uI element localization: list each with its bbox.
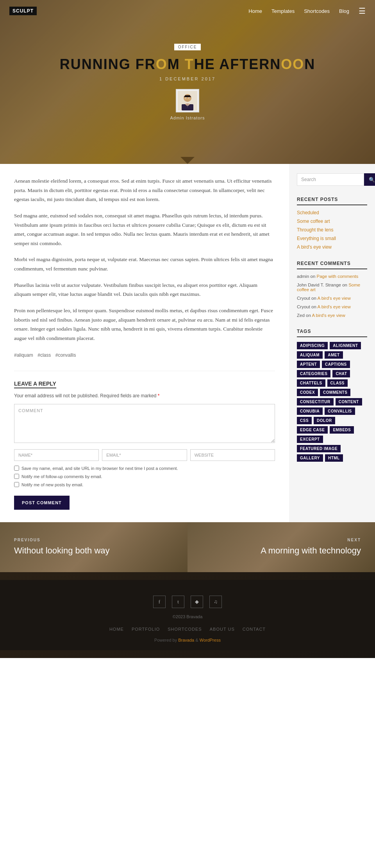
commenter-2: John David T. Strange (297, 283, 341, 287)
nav-home[interactable]: Home (248, 8, 262, 14)
prev-label: PREVIOUS (14, 538, 173, 542)
tag-item-22[interactable]: GALLERY (297, 454, 323, 462)
tag-item-7[interactable]: CHAT (332, 370, 350, 377)
post-navigation: PREVIOUS Without looking both way NEXT A… (0, 522, 375, 572)
footer-nav-home[interactable]: HOME (109, 627, 124, 631)
svg-point-10 (186, 100, 189, 101)
name-input[interactable] (14, 449, 99, 461)
tags-grid: ADIPISCINGALIGNMENTALIQUAMAMETAPTENTCAPT… (297, 342, 367, 462)
tag-item-3[interactable]: AMET (325, 351, 343, 359)
tag-item-9[interactable]: CLASS (327, 379, 348, 387)
tag-item-1[interactable]: ALIGNMENT (330, 342, 361, 349)
tag-item-21[interactable]: FEATURED IMAGE (297, 445, 341, 452)
hero-badge: OFFICE (174, 44, 201, 50)
recent-post-2[interactable]: Some coffee art (297, 219, 367, 224)
recent-post-5[interactable]: A bird's eye view (297, 244, 367, 250)
tag-item-15[interactable]: CONVALLIS (325, 407, 355, 415)
commenter-5: Zed (297, 313, 305, 318)
svg-point-6 (185, 98, 186, 99)
title-text: R (60, 56, 71, 72)
comment-link-4[interactable]: A bird's eye view (317, 304, 350, 309)
tag-item-6[interactable]: CATEGORIES (297, 370, 330, 377)
tag-2[interactable]: #class (38, 352, 51, 358)
contact-input-row (14, 449, 275, 461)
copyright: ©2023 Bravada (0, 614, 375, 619)
tag-item-19[interactable]: EMBEDS (330, 426, 354, 434)
submit-comment-button[interactable]: POST COMMENT (14, 496, 70, 510)
comment-link-5[interactable]: A bird's eye view (312, 313, 345, 318)
comment-input[interactable] (14, 404, 275, 443)
svg-point-8 (186, 98, 186, 98)
commenter-1: admin (297, 274, 309, 279)
comment-item-1: admin on Page with comments (297, 274, 367, 279)
nav-templates[interactable]: Templates (271, 8, 295, 14)
footer-nav-shortcodes[interactable]: SHORTCODES (168, 627, 202, 631)
tag-item-16[interactable]: CSS (297, 417, 312, 424)
recent-posts-section: RECENT POSTS Scheduled Some coffee art T… (297, 197, 367, 250)
checkbox-save-input[interactable] (14, 466, 19, 471)
email-input[interactable] (102, 449, 187, 461)
instagram-icon[interactable]: ◆ (191, 596, 203, 608)
content-area: Aenean molestie eleifend lorem, a conseq… (0, 164, 289, 522)
tag-item-13[interactable]: CONTENT (336, 398, 362, 406)
hamburger-icon[interactable]: ☰ (359, 6, 366, 16)
footer-nav-about-us[interactable]: ABOUT US (210, 627, 235, 631)
reply-note: Your email address will not be published… (14, 393, 275, 398)
search-box: 🔍 (297, 173, 367, 186)
footer-nav-contact[interactable]: CONTACT (243, 627, 266, 631)
website-input[interactable] (190, 449, 275, 461)
tag-1[interactable]: #aliquam (14, 352, 33, 358)
footer-nav: HOMEPORTFOLIOSHORTCODESABOUT USCONTACT (0, 627, 375, 631)
tag-item-20[interactable]: EXCERPT (297, 436, 323, 443)
twitter-icon[interactable]: t (172, 596, 184, 608)
checkbox-followup-input[interactable] (14, 474, 19, 479)
tag-item-10[interactable]: CODEX (297, 389, 318, 396)
tag-item-23[interactable]: HTML (325, 454, 343, 462)
comment-link-1[interactable]: Page with comments (317, 274, 359, 279)
tag-item-8[interactable]: CHATTELS (297, 379, 325, 387)
hero-content: OFFICE RUNNING FROM THE AFTERNOON 1 DECE… (52, 44, 323, 121)
comment-item-2: John David T. Strange on Some coffee art (297, 283, 367, 292)
required-marker: * (158, 393, 160, 398)
tag-3[interactable]: #convallis (55, 352, 76, 358)
tag-item-14[interactable]: CONUBIA (297, 407, 323, 415)
powered-by: Powered by Bravada & WordPress (0, 638, 375, 642)
recent-post-1[interactable]: Scheduled (297, 210, 367, 215)
tag-item-11[interactable]: COMMENTS (320, 389, 350, 396)
recent-comments-section: RECENT COMMENTS admin on Page with comme… (297, 261, 367, 318)
tag-item-17[interactable]: DOLOR (314, 417, 335, 424)
tag-item-18[interactable]: EDGE CASE (297, 426, 328, 434)
article-tags: #aliquam #class #convallis (14, 352, 275, 358)
tag-item-2[interactable]: ALIQUAM (297, 351, 323, 359)
powered-link-bravada[interactable]: Bravada (178, 638, 194, 642)
footer-social: f t ◆ ♫ ©2023 Bravada HOMEPORTFOLIOSHORT… (0, 580, 375, 650)
comment-item-3: Cryout on A bird's eye view (297, 296, 367, 301)
powered-link-wordpress[interactable]: WordPress (200, 638, 221, 642)
prev-post[interactable]: PREVIOUS Without looking both way (0, 522, 188, 572)
footer-nav-portfolio[interactable]: PORTFOLIO (132, 627, 160, 631)
article-para-2: Sed magna ante, euismod sed sodales non,… (14, 211, 275, 248)
recent-post-3[interactable]: Throught the lens (297, 227, 367, 233)
tag-item-4[interactable]: APTENT (297, 361, 320, 368)
social-icons: f t ◆ ♫ (0, 596, 375, 608)
nav-blog[interactable]: Blog (339, 8, 349, 14)
logo[interactable]: SCULPT (9, 7, 37, 15)
tag-item-0[interactable]: ADIPISCING (297, 342, 328, 349)
nav-shortcodes[interactable]: Shortcodes (304, 8, 330, 14)
article-para-1: Aenean molestie eleifend lorem, a conseq… (14, 176, 275, 204)
reply-title: LEAVE A REPLY (14, 381, 56, 388)
facebook-icon[interactable]: f (153, 596, 166, 608)
music-icon[interactable]: ♫ (209, 596, 222, 608)
comment-link-3[interactable]: A bird's eye view (317, 296, 350, 301)
next-post[interactable]: NEXT A morning with technology (188, 522, 375, 572)
recent-post-4[interactable]: Everything is small (297, 236, 367, 241)
footer: f t ◆ ♫ ©2023 Bravada HOMEPORTFOLIOSHORT… (0, 572, 375, 658)
checkbox-newposts-input[interactable] (14, 482, 19, 487)
comment-item-5: Zed on A bird's eye view (297, 313, 367, 318)
main-wrapper: Aenean molestie eleifend lorem, a conseq… (0, 164, 375, 522)
search-input[interactable] (297, 173, 364, 186)
checkbox-save: Save my name, email, and site URL in my … (14, 466, 275, 471)
tag-item-12[interactable]: CONSECTITUR (297, 398, 334, 406)
tag-item-5[interactable]: CAPTIONS (322, 361, 350, 368)
search-button[interactable]: 🔍 (364, 173, 375, 186)
